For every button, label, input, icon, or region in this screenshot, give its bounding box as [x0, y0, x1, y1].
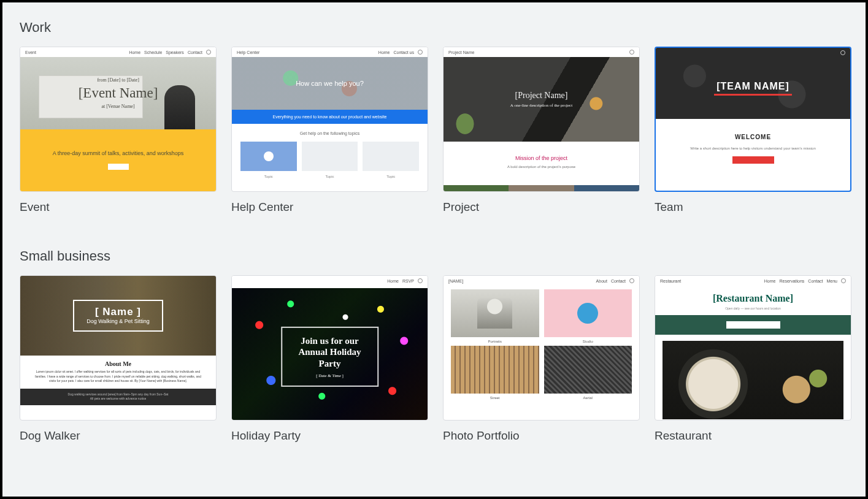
project-subtitle: A one-line description of the project [510, 103, 572, 108]
event-date-line: from [Date] to [Date] [97, 77, 139, 83]
search-bar [726, 321, 780, 329]
topic-tile [363, 142, 419, 171]
nav-link: Contact us [394, 50, 414, 55]
footer-line: All pets are welcome with advance notice [33, 397, 204, 402]
about-body: Lorem ipsum dolor sit amet. I offer walk… [35, 370, 201, 384]
nav-link: Home [764, 279, 776, 283]
nav-link: Contact [188, 50, 202, 55]
learn-more-button [732, 156, 774, 164]
project-title: [Project Name] [515, 91, 568, 101]
footer-line: Dog walking services around [area] from … [33, 392, 204, 397]
brand-text: Help Center [237, 50, 259, 55]
portfolio-image [544, 346, 632, 394]
nav-link: RSVP [402, 279, 414, 283]
template-label-project: Project [443, 200, 640, 214]
template-thumb-restaurant: Restaurant Home Reservations Contact Men… [655, 275, 851, 421]
nav-link: Home [387, 279, 399, 283]
brand-text: Restaurant [660, 279, 681, 283]
team-description: Write a short description here to help v… [674, 147, 832, 150]
row-small-business: [ Name ] Dog Walking & Pet Sitting About… [20, 275, 848, 443]
search-icon [418, 278, 423, 283]
image-caption: Studio [544, 340, 632, 343]
holiday-subtitle: [ Date & Time ] [293, 373, 367, 378]
template-card-holiday-party[interactable]: Home RSVP Join us for our Annual Holiday… [231, 275, 428, 443]
mission-heading: Mission of the project [444, 155, 639, 161]
template-thumb-team: [TEAM NAME] WELCOME Write a short descri… [655, 47, 851, 192]
restaurant-subtitle: Open daily — see our hours and location [655, 307, 851, 310]
dog-walker-subtitle: Dog Walking & Pet Sitting [86, 318, 150, 326]
template-thumb-project: Project Name [Project Name] A one-line d… [443, 47, 640, 192]
portfolio-image [451, 289, 539, 337]
template-card-photo-portfolio[interactable]: [NAME] About Contact Portraits Studio [443, 275, 640, 443]
search-icon [841, 278, 846, 283]
portfolio-image [451, 346, 539, 394]
restaurant-title: [Restaurant Name] [655, 286, 851, 307]
hero-question: How can we help you? [296, 80, 364, 87]
tile-caption: Topic [240, 175, 297, 178]
search-icon [629, 278, 634, 283]
tile-caption: Topic [302, 175, 358, 178]
event-title: [Event Name] [79, 85, 158, 101]
nav-link: Reservations [780, 279, 805, 283]
template-card-team[interactable]: [TEAM NAME] WELCOME Write a short descri… [655, 47, 851, 214]
section-title-small-business: Small business [20, 248, 848, 264]
template-label-holiday-party: Holiday Party [231, 429, 428, 443]
image-caption: Aerial [544, 396, 632, 400]
brand-text: Event [25, 50, 36, 55]
section-label: Get help on the following topics [240, 131, 419, 135]
image-caption: Portraits [451, 340, 539, 343]
portfolio-image [544, 289, 632, 337]
template-thumb-holiday-party: Home RSVP Join us for our Annual Holiday… [231, 275, 428, 421]
template-label-dog-walker: Dog Walker [20, 429, 217, 443]
event-tagline: A three-day summit of talks, activities,… [20, 150, 216, 156]
template-label-restaurant: Restaurant [655, 429, 851, 443]
template-thumb-event: Event Home Schedule Speakers Contact fro… [20, 47, 217, 192]
mission-subtitle: A bold description of the project's purp… [444, 165, 639, 169]
template-label-photo-portfolio: Photo Portfolio [443, 429, 640, 443]
about-heading: About Me [35, 360, 201, 367]
template-label-event: Event [20, 200, 217, 214]
tile-caption: Topic [363, 175, 419, 178]
nav-link: Home [378, 50, 390, 55]
template-card-dog-walker[interactable]: [ Name ] Dog Walking & Pet Sitting About… [20, 275, 217, 443]
row-work: Event Home Schedule Speakers Contact fro… [20, 47, 848, 214]
welcome-heading: WELCOME [656, 134, 850, 140]
search-icon [629, 50, 634, 55]
template-label-team: Team [655, 200, 851, 214]
dog-walker-name: [ Name ] [86, 306, 150, 318]
brand-text: Project Name [448, 50, 474, 55]
template-thumb-photo-portfolio: [NAME] About Contact Portraits Studio [443, 275, 640, 421]
nav-link: Menu [826, 279, 837, 283]
template-thumb-help-center: Help Center Home Contact us How can we h… [231, 47, 428, 192]
template-card-help-center[interactable]: Help Center Home Contact us How can we h… [231, 47, 428, 214]
nav-link: Schedule [144, 50, 162, 55]
team-name: [TEAM NAME] [714, 81, 792, 96]
template-thumb-dog-walker: [ Name ] Dog Walking & Pet Sitting About… [20, 275, 217, 421]
nav-link: Speakers [166, 50, 184, 55]
template-card-project[interactable]: Project Name [Project Name] A one-line d… [443, 47, 640, 214]
blue-strip: Everything you need to know about our pr… [232, 110, 428, 124]
nav-link: About [596, 279, 607, 283]
search-icon [206, 50, 211, 55]
image-caption: Street [451, 396, 539, 400]
nav-link: Contact [808, 279, 823, 283]
topic-tile [240, 142, 297, 171]
template-card-event[interactable]: Event Home Schedule Speakers Contact fro… [20, 47, 217, 214]
nav-link: Home [129, 50, 140, 55]
event-venue: at [Venue Name] [101, 104, 134, 109]
holiday-title: Join us for our Annual Holiday Party [293, 335, 367, 369]
nav-link: Contact [611, 279, 626, 283]
template-label-help-center: Help Center [231, 200, 428, 214]
rsvp-button [108, 164, 129, 170]
brand-text: [NAME] [448, 279, 463, 283]
food-image [663, 341, 843, 419]
template-card-restaurant[interactable]: Restaurant Home Reservations Contact Men… [655, 275, 851, 443]
section-title-work: Work [20, 20, 848, 36]
search-icon [418, 50, 423, 55]
topic-tile [302, 142, 358, 171]
search-icon [840, 50, 845, 55]
